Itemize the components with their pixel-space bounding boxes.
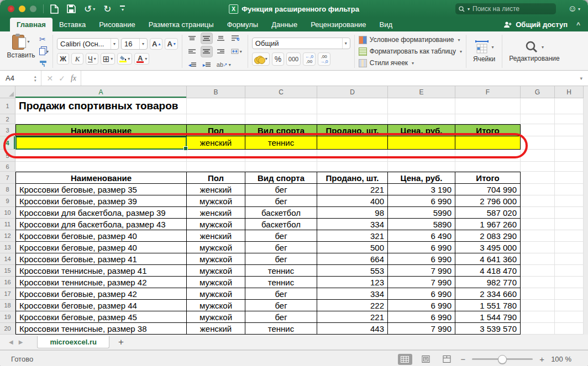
column-header-g[interactable]: G	[521, 86, 555, 98]
cell-sport[interactable]: теннис	[245, 323, 317, 335]
cell-empty[interactable]	[455, 114, 521, 124]
cell-empty[interactable]	[521, 219, 555, 230]
cell-price[interactable]: 3 190	[388, 184, 455, 195]
formula-input[interactable]	[81, 73, 580, 83]
shrink-font-button[interactable]: A▾	[165, 38, 177, 50]
cell-empty[interactable]	[187, 98, 245, 114]
undo-button[interactable]: ↺▾	[84, 4, 95, 14]
cell-gender[interactable]: женский	[187, 230, 245, 242]
cell-total[interactable]: 2 334 660	[455, 288, 521, 300]
cell-gender[interactable]: мужской	[187, 253, 245, 265]
page-break-view-button[interactable]	[440, 354, 454, 365]
cut-button[interactable]: ✂	[39, 35, 49, 43]
cell-sport[interactable]: баскетбол	[245, 219, 317, 230]
table-header-price[interactable]: Цена, руб.	[388, 172, 455, 184]
cell-empty[interactable]	[388, 114, 455, 124]
row-number-selected[interactable]: 4	[0, 136, 15, 150]
cell-sport[interactable]: бег	[245, 311, 317, 323]
cell-sport[interactable]: бег	[245, 230, 317, 242]
currency-format-button[interactable]: ▾	[252, 52, 270, 66]
row-number[interactable]: 1	[0, 98, 15, 114]
criteria-header-name[interactable]: Наименование	[15, 124, 187, 136]
text-orientation-button[interactable]: ab ↗ ▾	[215, 59, 233, 71]
cell-total[interactable]: 4 641 360	[455, 253, 521, 265]
percent-format-button[interactable]: %	[272, 52, 284, 66]
column-header-d[interactable]: D	[317, 86, 388, 98]
cells-button[interactable]: ▾ Ячейки	[469, 34, 500, 69]
copy-button[interactable]: ▾	[39, 48, 49, 55]
cell-name[interactable]: Кроссовки беговые, размер 40	[15, 230, 187, 242]
page-layout-view-button[interactable]	[419, 354, 433, 365]
tab-review[interactable]: Рецензирование	[304, 18, 372, 31]
redo-button[interactable]: ↻	[103, 4, 111, 14]
cell-empty[interactable]	[187, 150, 245, 162]
cell-sport[interactable]: бег	[245, 300, 317, 311]
row-number[interactable]: 2	[0, 114, 15, 124]
zoom-slider[interactable]	[472, 358, 533, 360]
row-number[interactable]: 14	[0, 253, 15, 265]
cell-empty[interactable]	[245, 150, 317, 162]
cell-gender[interactable]: мужской	[187, 311, 245, 323]
cell-empty[interactable]	[555, 253, 584, 265]
row-number[interactable]: 17	[0, 288, 15, 300]
cell-total[interactable]: 4 418 470	[455, 265, 521, 277]
cell-empty[interactable]	[245, 114, 317, 124]
cell-name[interactable]: Кроссовки беговые, размер 45	[15, 311, 187, 323]
column-header-h[interactable]: H	[555, 86, 584, 98]
cell-empty[interactable]	[521, 124, 555, 136]
cell-qty[interactable]: 221	[317, 184, 388, 195]
cell-sport[interactable]: бег	[245, 253, 317, 265]
selected-cell-a4[interactable]	[15, 136, 187, 150]
row-number[interactable]: 11	[0, 219, 15, 230]
cell-empty[interactable]	[555, 195, 584, 207]
column-header-f[interactable]: F	[455, 86, 521, 98]
cell-price[interactable]: 6 990	[388, 253, 455, 265]
row-number[interactable]: 10	[0, 207, 15, 219]
align-center-button[interactable]	[201, 46, 213, 57]
table-header-qty[interactable]: Продано, шт.	[317, 172, 388, 184]
cell-qty[interactable]: 334	[317, 219, 388, 230]
table-header-name[interactable]: Наименование	[15, 172, 187, 184]
criteria-gender-cell[interactable]: женский	[187, 136, 245, 150]
format-painter-button[interactable]	[39, 60, 49, 67]
cell-empty[interactable]	[317, 114, 388, 124]
cell-qty[interactable]: 664	[317, 253, 388, 265]
tab-view[interactable]: Вид	[373, 18, 400, 31]
cell-total[interactable]: 1 967 260	[455, 219, 521, 230]
cell-name[interactable]: Кроссовки беговые, размер 42	[15, 288, 187, 300]
cell-empty[interactable]	[15, 114, 187, 124]
row-number[interactable]: 19	[0, 311, 15, 323]
row-number[interactable]: 5	[0, 150, 15, 162]
increase-indent-button[interactable]: ▸	[201, 59, 213, 71]
merge-center-button[interactable]: ▾	[229, 46, 244, 57]
cell-qty[interactable]: 123	[317, 277, 388, 288]
prev-sheet-icon[interactable]: ◀	[9, 339, 13, 345]
conditional-formatting-button[interactable]: Условное форматирование▾	[359, 34, 462, 45]
table-header-total[interactable]: Итого	[455, 172, 521, 184]
cell-empty[interactable]	[317, 162, 388, 172]
cell-gender[interactable]: мужской	[187, 242, 245, 253]
collapse-ribbon-icon[interactable]: ^	[576, 21, 580, 29]
cell-qty[interactable]: 321	[317, 230, 388, 242]
column-header-b[interactable]: B	[187, 86, 245, 98]
tab-page-layout[interactable]: Разметка страницы	[142, 18, 221, 31]
cell-price[interactable]: 5990	[388, 207, 455, 219]
number-format-select[interactable]: Общий▾	[252, 38, 350, 49]
cell-qty[interactable]: 222	[317, 300, 388, 311]
name-box[interactable]: A4	[0, 74, 34, 82]
cell-qty[interactable]: 443	[317, 323, 388, 335]
cell-gender[interactable]: мужской	[187, 288, 245, 300]
cell-qty[interactable]: 98	[317, 207, 388, 219]
cell-total[interactable]: 587 020	[455, 207, 521, 219]
cell-empty[interactable]	[388, 98, 455, 114]
cell-price[interactable]: 6 990	[388, 311, 455, 323]
add-sheet-button[interactable]: +	[118, 337, 124, 348]
zoom-percentage[interactable]: 100 %	[551, 355, 571, 363]
row-number[interactable]: 8	[0, 184, 15, 195]
cell-sport[interactable]: теннис	[245, 265, 317, 277]
cell-empty[interactable]	[15, 162, 187, 172]
cell-empty[interactable]	[187, 162, 245, 172]
borders-button[interactable]: ⊞ ▾	[101, 53, 116, 65]
align-bottom-button[interactable]	[215, 33, 227, 44]
criteria-empty-cell[interactable]	[317, 136, 388, 150]
